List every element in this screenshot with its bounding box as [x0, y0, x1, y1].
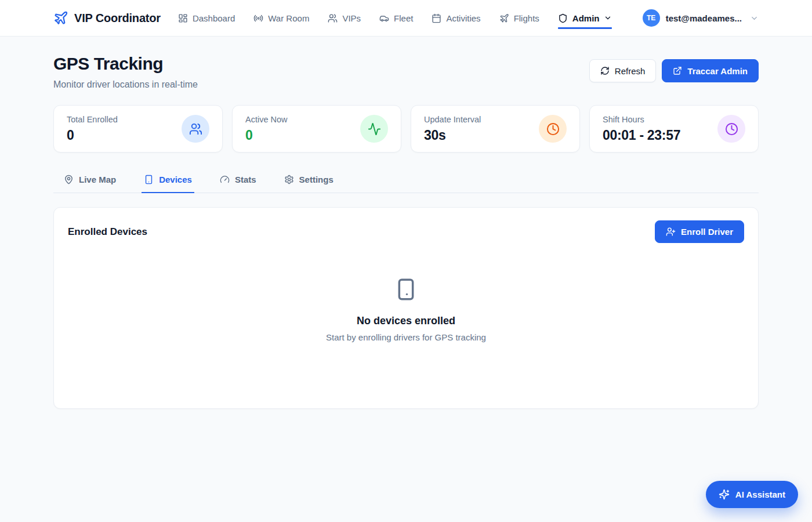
- refresh-label: Refresh: [615, 66, 646, 76]
- shield-icon: [558, 13, 568, 23]
- calendar-icon: [432, 13, 441, 23]
- tab-bar: Live Map Devices Stats Settings: [53, 168, 759, 193]
- external-link-icon: [673, 66, 682, 75]
- user-menu[interactable]: TE test@madeames...: [643, 9, 759, 27]
- nav-item-admin[interactable]: Admin: [558, 13, 612, 23]
- ai-assistant-button[interactable]: AI Assistant: [706, 481, 798, 508]
- nav-item-label: Flights: [514, 13, 539, 23]
- panel-header: Enrolled Devices Enroll Driver: [54, 208, 758, 243]
- tab-devices[interactable]: Devices: [142, 168, 194, 193]
- dashboard-grid-icon: [178, 13, 188, 23]
- plane-icon: [499, 13, 509, 23]
- stats-row: Total Enrolled 0 Active Now 0 Update Int…: [53, 105, 759, 153]
- page-header: GPS Tracking Monitor driver locations in…: [0, 37, 812, 90]
- top-nav: VIP Coordinator Dashboard War Room VIPs …: [0, 0, 812, 37]
- activity-icon: [360, 115, 388, 143]
- tab-label: Live Map: [79, 175, 116, 184]
- tab-label: Settings: [299, 175, 334, 184]
- user-email: test@madeames...: [666, 13, 742, 23]
- brand[interactable]: VIP Coordinator: [53, 10, 161, 26]
- smartphone-icon: [394, 276, 418, 303]
- clock-icon: [717, 115, 745, 143]
- users-icon: [328, 13, 338, 23]
- page-subtitle: Monitor driver locations in real-time: [53, 79, 198, 90]
- sparkles-icon: [719, 489, 730, 500]
- empty-state-subtitle: Start by enrolling drivers for GPS track…: [326, 332, 486, 342]
- stat-label: Update Interval: [424, 115, 481, 124]
- car-icon: [379, 13, 389, 23]
- users-icon: [182, 115, 209, 143]
- panel-title: Enrolled Devices: [68, 226, 147, 238]
- traccar-admin-button[interactable]: Traccar Admin: [662, 59, 759, 82]
- gauge-icon: [220, 175, 230, 184]
- refresh-button[interactable]: Refresh: [589, 59, 657, 82]
- stat-label: Active Now: [245, 115, 288, 124]
- traccar-label: Traccar Admin: [687, 66, 748, 76]
- stat-value: 0: [245, 128, 288, 143]
- brand-name: VIP Coordinator: [74, 12, 161, 25]
- nav-item-label: Fleet: [394, 13, 413, 23]
- tab-stats[interactable]: Stats: [217, 168, 259, 193]
- stat-card-shift-hours: Shift Hours 00:01 - 23:57: [589, 105, 759, 153]
- stat-value: 0: [67, 128, 118, 143]
- nav-item-dashboard[interactable]: Dashboard: [178, 13, 235, 23]
- refresh-icon: [600, 66, 610, 75]
- chevron-down-icon: [750, 14, 759, 23]
- user-plus-icon: [666, 227, 676, 237]
- nav-item-label: War Room: [268, 13, 309, 23]
- map-pin-icon: [64, 175, 74, 184]
- ai-assistant-label: AI Assistant: [735, 490, 785, 499]
- nav-item-activities[interactable]: Activities: [432, 13, 480, 23]
- page-title: GPS Tracking: [53, 54, 198, 74]
- empty-state: No devices enrolled Start by enrolling d…: [54, 243, 758, 342]
- nav-item-label: Dashboard: [193, 13, 235, 23]
- avatar: TE: [643, 9, 660, 27]
- smartphone-icon: [144, 175, 154, 184]
- tab-live-map[interactable]: Live Map: [61, 168, 118, 193]
- empty-state-title: No devices enrolled: [357, 315, 455, 327]
- stat-card-update-interval: Update Interval 30s: [411, 105, 580, 153]
- nav-item-label: VIPs: [342, 13, 361, 23]
- chevron-down-icon: [604, 14, 612, 22]
- tab-settings[interactable]: Settings: [282, 168, 336, 193]
- nav-item-war-room[interactable]: War Room: [253, 13, 309, 23]
- enroll-driver-button[interactable]: Enroll Driver: [655, 220, 744, 243]
- gear-icon: [284, 175, 294, 184]
- nav-item-label: Activities: [446, 13, 480, 23]
- tab-label: Devices: [159, 175, 192, 184]
- nav-item-fleet[interactable]: Fleet: [379, 13, 413, 23]
- enrolled-devices-panel: Enrolled Devices Enroll Driver No device…: [53, 207, 759, 409]
- stat-card-active-now: Active Now 0: [232, 105, 401, 153]
- clock-icon: [539, 115, 567, 143]
- tab-label: Stats: [235, 175, 256, 184]
- nav-item-flights[interactable]: Flights: [499, 13, 539, 23]
- stat-value: 00:01 - 23:57: [603, 128, 680, 143]
- plane-logo-icon: [53, 10, 68, 26]
- enroll-label: Enroll Driver: [681, 227, 733, 237]
- stat-label: Total Enrolled: [67, 115, 118, 124]
- nav-item-label: Admin: [572, 13, 600, 23]
- broadcast-icon: [253, 13, 263, 23]
- nav-item-vips[interactable]: VIPs: [328, 13, 361, 23]
- stat-value: 30s: [424, 128, 481, 143]
- stat-label: Shift Hours: [603, 115, 680, 124]
- header-actions: Refresh Traccar Admin: [589, 54, 759, 82]
- stat-card-total-enrolled: Total Enrolled 0: [53, 105, 223, 153]
- nav-links: Dashboard War Room VIPs Fleet Activities…: [178, 13, 612, 23]
